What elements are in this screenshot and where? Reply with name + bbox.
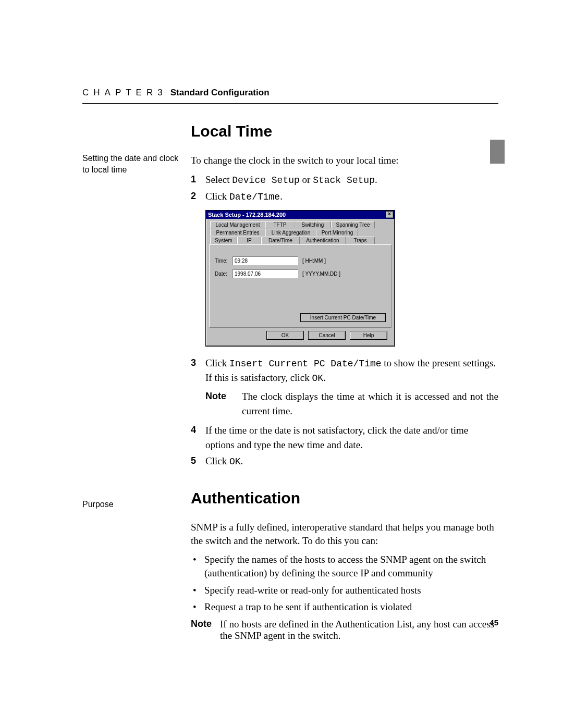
step-body: If the time or the date is not satisfact…	[205, 423, 498, 452]
step-number: 4	[191, 423, 205, 452]
date-input[interactable]	[232, 269, 298, 278]
time-hint: [ HH:MM ]	[302, 258, 326, 264]
tab-permanent-entries[interactable]: Permanent Entries	[210, 229, 265, 236]
tab-strip: Local Management TFTP Switching Spanning…	[209, 221, 391, 244]
auth-intro: SNMP is a fully defined, interoperative …	[191, 521, 498, 547]
date-hint: [ YYYY.MM.DD ]	[302, 271, 340, 277]
section-heading-authentication: Authentication	[191, 489, 498, 507]
tab-tftp[interactable]: TFTP	[265, 221, 295, 228]
step-body: Click Insert Current PC Date/Time to sho…	[205, 356, 498, 421]
tab-link-aggregation[interactable]: Link Aggregation	[265, 229, 316, 236]
step-body: Click OK.	[205, 454, 498, 468]
steps-list-1: 1 Select Device Setup or Stack Setup. 2 …	[191, 172, 498, 204]
time-input[interactable]	[232, 256, 298, 265]
insert-current-pc-datetime-button[interactable]: Insert Current PC Date/Time	[300, 313, 386, 322]
step-number: 3	[191, 356, 205, 421]
chapter-title: Standard Configuration	[170, 88, 270, 98]
tab-spanning-tree[interactable]: Spanning Tree	[331, 221, 375, 228]
date-label: Date:	[215, 271, 232, 277]
tab-ip[interactable]: IP	[237, 237, 261, 244]
note-label: Note	[191, 619, 220, 641]
cancel-button[interactable]: Cancel	[308, 331, 346, 340]
page-number: 45	[489, 618, 498, 627]
time-label: Time:	[215, 258, 232, 264]
note-body: The clock displays the time at which it …	[242, 389, 498, 418]
dialog-title-text: Stack Setup - 172.28.184.200	[208, 212, 286, 218]
bullet-text: Specify read-write or read-only for auth…	[204, 584, 421, 598]
auth-bullets: Specify the names of the hosts to access…	[191, 553, 498, 614]
ok-button[interactable]: OK	[266, 331, 304, 340]
thumb-tab	[490, 140, 505, 164]
dialog-titlebar: Stack Setup - 172.28.184.200 ×	[206, 211, 395, 219]
step-body: Click Date/Time.	[205, 189, 498, 204]
tab-local-management[interactable]: Local Management	[210, 221, 265, 228]
steps-list-2: 3 Click Insert Current PC Date/Time to s…	[191, 356, 498, 468]
step-number: 5	[191, 454, 205, 468]
tab-system[interactable]: System	[210, 237, 237, 244]
tab-authentication[interactable]: Authentication	[300, 237, 346, 244]
tab-traps[interactable]: Traps	[346, 237, 375, 244]
sidenote-local-time: Setting the date and clock to local time	[82, 153, 180, 175]
intro-text: To change the clock in the switch to you…	[191, 154, 498, 167]
bullet-text: Request a trap to be sent if authenticat…	[204, 600, 412, 614]
bullet-text: Specify the names of the hosts to access…	[204, 553, 498, 581]
note-label: Note	[205, 389, 242, 418]
step-number: 2	[191, 189, 205, 204]
chapter-label: CHAPTER3	[82, 88, 167, 98]
step-body: Select Device Setup or Stack Setup.	[205, 172, 498, 187]
tab-panel: Time: [ HH:MM ] Date: [ YYYY.MM.DD ] Ins…	[209, 244, 391, 328]
close-icon[interactable]: ×	[385, 211, 394, 218]
help-button[interactable]: Help	[350, 331, 387, 340]
running-header: CHAPTER3 Standard Configuration	[82, 88, 498, 104]
section-heading-local-time: Local Time	[191, 122, 498, 140]
tab-switching[interactable]: Switching	[295, 221, 331, 228]
sidenote-purpose: Purpose	[82, 499, 180, 510]
tab-date-time[interactable]: Date/Time	[261, 237, 300, 244]
dialog-window: Stack Setup - 172.28.184.200 × Local Man…	[205, 210, 395, 347]
note-body: If no hosts are defined in the Authentic…	[220, 619, 498, 641]
tab-port-mirroring[interactable]: Port Mirroring	[316, 229, 358, 236]
step-number: 1	[191, 172, 205, 187]
